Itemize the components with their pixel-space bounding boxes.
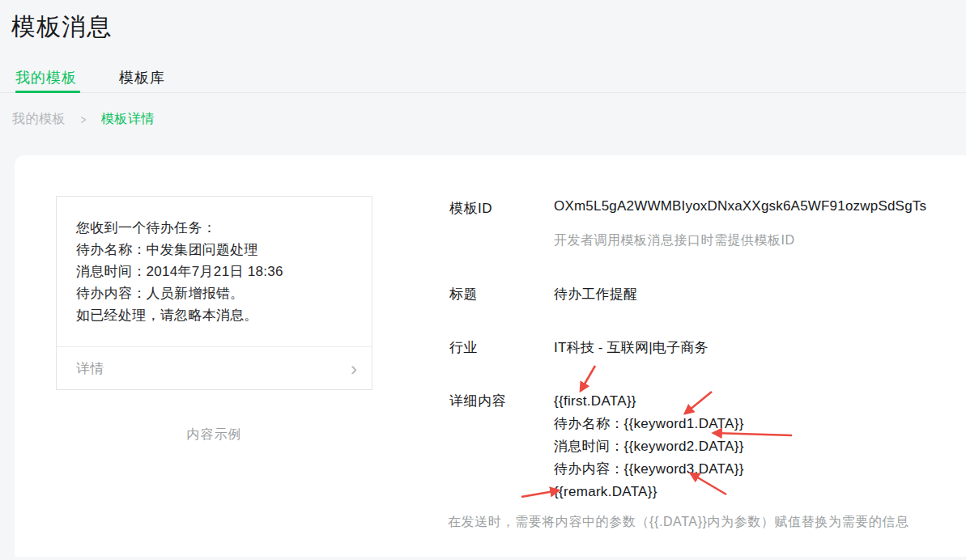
detail-link-label: 详情 bbox=[76, 359, 104, 378]
template-message-page: 模板消息 我的模板 模板库 我的模板 > 模板详情 您收到一个待办任务： 待办名… bbox=[0, 0, 966, 560]
preview-line: 您收到一个待办任务： bbox=[76, 217, 359, 239]
chevron-right-icon: > bbox=[81, 113, 87, 126]
template-content: {{first.DATA}} 待办名称：{{keyword1.DATA}} 消息… bbox=[554, 390, 744, 503]
preview-detail-row[interactable]: 详情 › bbox=[76, 347, 357, 390]
breadcrumb-my-templates[interactable]: 我的模板 bbox=[12, 111, 66, 128]
template-content-line: 待办名称：{{keyword1.DATA}} bbox=[554, 413, 744, 435]
industry-value: IT科技 - 互联网|电子商务 bbox=[554, 338, 709, 357]
preview-line: 消息时间：2014年7月21日 18:36 bbox=[76, 261, 359, 282]
title-value: 待办工作提醒 bbox=[554, 285, 637, 303]
preview-line: 待办名称：中发集团问题处理 bbox=[76, 239, 359, 261]
preview-message-body: 您收到一个待办任务： 待办名称：中发集团问题处理 消息时间：2014年7月21日… bbox=[76, 217, 359, 326]
template-id-hint: 开发者调用模板消息接口时需提供模板ID bbox=[554, 232, 795, 249]
preview-caption: 内容示例 bbox=[56, 426, 372, 443]
tabbar-divider bbox=[0, 92, 966, 93]
content-label: 详细内容 bbox=[449, 392, 506, 410]
template-content-line: {{remark.DATA}} bbox=[554, 481, 744, 503]
send-parameter-note: 在发送时，需要将内容中的参数（{{.DATA}}内为参数）赋值替换为需要的信息 bbox=[448, 514, 909, 531]
title-label: 标题 bbox=[449, 285, 478, 303]
page-title: 模板消息 bbox=[11, 11, 112, 44]
tab-my-templates[interactable]: 我的模板 bbox=[15, 68, 77, 87]
template-id-value: OXm5L5gA2WWMBIyoxDNxaXXgsk6A5WF91ozwpSdS… bbox=[554, 198, 926, 214]
content-card: 您收到一个待办任务： 待办名称：中发集团问题处理 消息时间：2014年7月21日… bbox=[15, 155, 966, 557]
breadcrumb-template-detail: 模板详情 bbox=[101, 111, 155, 128]
template-id-label: 模板ID bbox=[449, 199, 492, 218]
preview-line: 待办内容：人员新增报错。 bbox=[76, 282, 359, 304]
breadcrumb: 我的模板 > 模板详情 bbox=[12, 111, 155, 128]
template-content-line: 待办内容：{{keyword3.DATA}} bbox=[554, 458, 744, 481]
active-tab-underline bbox=[15, 91, 80, 93]
template-content-line: {{first.DATA}} bbox=[554, 390, 744, 413]
industry-label: 行业 bbox=[449, 338, 478, 357]
preview-line: 如已经处理，请忽略本消息。 bbox=[76, 304, 359, 326]
chevron-right-icon: › bbox=[351, 359, 357, 379]
template-content-line: 消息时间：{{keyword2.DATA}} bbox=[554, 435, 744, 458]
message-preview-card: 您收到一个待办任务： 待办名称：中发集团问题处理 消息时间：2014年7月21日… bbox=[56, 196, 372, 390]
tab-template-library[interactable]: 模板库 bbox=[119, 68, 165, 87]
